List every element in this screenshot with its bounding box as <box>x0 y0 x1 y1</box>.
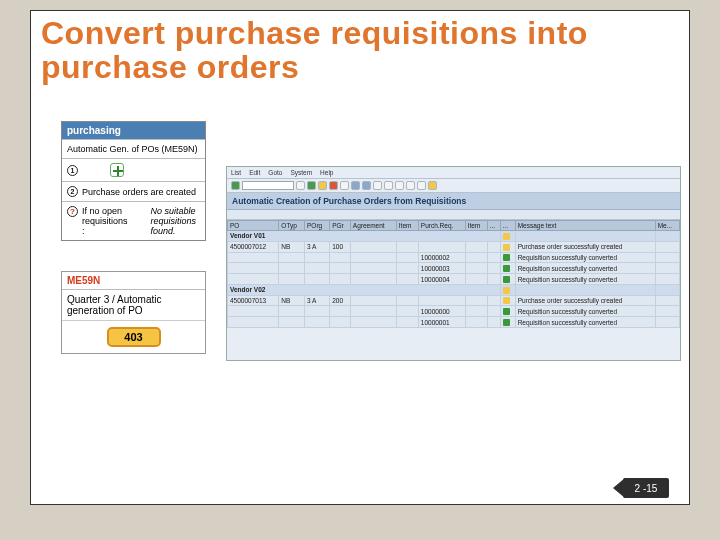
col-po: PO <box>228 221 279 231</box>
status-icon <box>503 276 510 283</box>
menu-edit[interactable]: Edit <box>249 169 260 176</box>
status-icon <box>503 254 510 261</box>
sap-window: List Edit Goto System Help Automatic Cre… <box>226 166 681 361</box>
panel1-heading: purchasing <box>62 122 205 139</box>
vendor-row: Vendor V01 <box>228 231 680 242</box>
toolbar-print-icon[interactable] <box>351 181 360 190</box>
toolbar-icon[interactable] <box>340 181 349 190</box>
toolbar-cancel-icon[interactable] <box>329 181 338 190</box>
status-icon <box>503 244 510 251</box>
badge-403: 403 <box>107 327 161 347</box>
sap-grid: PO OTyp POrg PGr Agreement Item Purch.Re… <box>227 220 680 328</box>
panel-card: ME59N Quarter 3 / Automatic generation o… <box>61 271 206 354</box>
status-icon <box>503 319 510 326</box>
panel1-row-1: 1 <box>62 158 205 181</box>
table-row: 4500007012NB3 A100Purchase order success… <box>228 241 680 252</box>
col-item1: Item <box>396 221 418 231</box>
table-row: 10000003Requisition successfully convert… <box>228 263 680 274</box>
toolbar-exit-icon[interactable] <box>318 181 327 190</box>
sap-subbar <box>227 210 680 220</box>
panel1-row3a-text: If no open requisitions : <box>82 206 132 236</box>
toolbar-help-icon[interactable] <box>428 181 437 190</box>
menu-goto[interactable]: Goto <box>268 169 282 176</box>
status-icon <box>503 233 510 240</box>
col-item2: Item <box>465 221 487 231</box>
grid-header-row: PO OTyp POrg PGr Agreement Item Purch.Re… <box>228 221 680 231</box>
step-1-bullet: 1 <box>67 165 78 176</box>
panel1-row-2: 2 Purchase orders are created <box>62 181 205 201</box>
status-icon <box>503 265 510 272</box>
sap-menubar: List Edit Goto System Help <box>227 167 680 179</box>
col-agreement: Agreement <box>350 221 396 231</box>
col-preq: Purch.Req. <box>418 221 465 231</box>
step-2-bullet: 2 <box>67 186 78 197</box>
toolbar-icon[interactable] <box>417 181 426 190</box>
table-row: 10000001Requisition successfully convert… <box>228 317 680 328</box>
col-porg: POrg <box>305 221 330 231</box>
toolbar-icon[interactable] <box>406 181 415 190</box>
toolbar-icon[interactable] <box>384 181 393 190</box>
col-dots2: ... <box>500 221 515 231</box>
table-row: 10000004Requisition successfully convert… <box>228 274 680 285</box>
slide: Convert purchase requisitions into purch… <box>30 10 690 505</box>
col-otyp: OTyp <box>279 221 305 231</box>
col-pgr: PGr <box>330 221 351 231</box>
page-title: Convert purchase requisitions into purch… <box>31 11 689 94</box>
command-field[interactable] <box>242 181 294 190</box>
toolbar-icon[interactable] <box>373 181 382 190</box>
slide-number-text: 2 -15 <box>623 478 669 498</box>
menu-list[interactable]: List <box>231 169 241 176</box>
toolbar-back-icon[interactable] <box>307 181 316 190</box>
panel1-row3b-text: No suitable requisitions found. <box>151 206 201 236</box>
question-icon: ? <box>67 206 78 217</box>
col-dots1: ... <box>487 221 500 231</box>
status-icon <box>503 297 510 304</box>
col-me: Me... <box>655 221 679 231</box>
sap-screen-title: Automatic Creation of Purchase Orders fr… <box>227 193 680 210</box>
toolbar-icon[interactable] <box>395 181 404 190</box>
panel1-row2-text: Purchase orders are created <box>82 187 200 197</box>
sap-toolbar <box>227 179 680 193</box>
panel1-subheading: Automatic Gen. of POs (ME59N) <box>62 139 205 158</box>
toolbar-find-icon[interactable] <box>362 181 371 190</box>
status-icon <box>503 287 510 294</box>
col-msg: Message text <box>515 221 655 231</box>
green-plus-icon <box>110 163 124 177</box>
left-column: purchasing Automatic Gen. of POs (ME59N)… <box>61 121 206 354</box>
menu-help[interactable]: Help <box>320 169 333 176</box>
table-row: 10000000Requisition successfully convert… <box>228 306 680 317</box>
panel1-row-3: ? If no open requisitions : No suitable … <box>62 201 205 240</box>
toolbar-icon[interactable] <box>296 181 305 190</box>
status-icon <box>503 308 510 315</box>
panel2-code: ME59N <box>62 272 205 290</box>
slide-number: 2 -15 <box>623 478 669 498</box>
table-row: 10000002Requisition successfully convert… <box>228 252 680 263</box>
toolbar-enter-icon[interactable] <box>231 181 240 190</box>
panel-purchasing: purchasing Automatic Gen. of POs (ME59N)… <box>61 121 206 241</box>
vendor-row: Vendor V02 <box>228 284 680 295</box>
menu-system[interactable]: System <box>290 169 312 176</box>
panel2-desc: Quarter 3 / Automatic generation of PO <box>62 290 205 321</box>
table-row: 4500007013NB3 A200Purchase order success… <box>228 295 680 306</box>
